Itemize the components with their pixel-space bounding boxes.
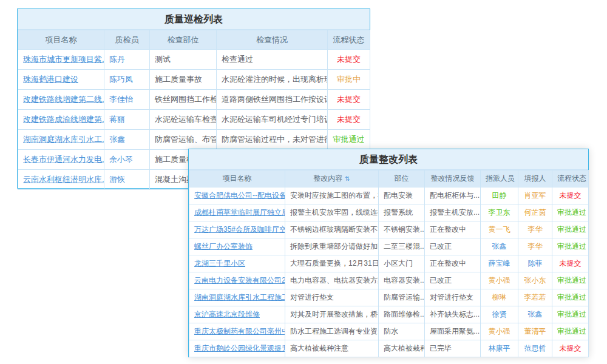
project-link[interactable]: 京沪高速北京段维修 bbox=[189, 306, 285, 323]
feedback-cell: 配电柜柜体与... bbox=[425, 187, 481, 204]
status-text: 未提交 bbox=[552, 255, 589, 272]
project-link[interactable]: 安徽合肥供电公司--配电设备... bbox=[189, 187, 285, 204]
feedback-cell: 已改正 bbox=[425, 238, 481, 255]
inspector-link[interactable]: 游恢 bbox=[104, 170, 150, 190]
rectification-col-project: 项目名称 bbox=[189, 170, 285, 187]
content-cell: 防水工程施工选调有专业资质... bbox=[285, 323, 379, 340]
content-cell: 安装时应按施工图的布置，将... bbox=[285, 187, 379, 204]
inspection-row: 改建铁路成渝线增建第...蒋丽水泥砼运输车检查水泥砼运输车司机经过专门培训...… bbox=[18, 110, 370, 130]
part-cell: 防水 bbox=[379, 323, 425, 340]
inspection-row: 珠海市城市更新项目紫...陈丹测试检查通过未提交 bbox=[18, 50, 370, 70]
project-link[interactable]: 长春市伊通河水力发电... bbox=[18, 150, 104, 170]
inspector-link[interactable]: 李佳怡 bbox=[104, 90, 150, 110]
project-link[interactable]: 改建铁路线增建第二线... bbox=[18, 90, 104, 110]
project-link[interactable]: 湖南洞庭湖水库引水工程施工1标 bbox=[189, 289, 285, 306]
project-link[interactable]: 云南水利枢纽潜明水库... bbox=[18, 170, 104, 190]
status-text: 未提交 bbox=[328, 110, 370, 130]
reporter-name: 张小东 bbox=[518, 272, 552, 289]
rectification-row: 湖南洞庭湖水库引水工程施工1标对管进行垫支防腐管运输...对管进行垫支柳琳李若若… bbox=[189, 289, 589, 306]
assignee-name: 黄一飞 bbox=[481, 221, 518, 238]
situation-cell: 防腐管运输过程中，未对管进行... bbox=[217, 130, 328, 150]
part-cell: 小区大门 bbox=[379, 255, 425, 272]
rectification-col-part: 部位 bbox=[379, 170, 425, 187]
rectification-row: 螺丝厂办公室装饰拆除到承重墙部分请做好加固...二至三楼混...已改正张鑫李华审… bbox=[189, 238, 589, 255]
content-cell: 对管进行垫支 bbox=[285, 289, 379, 306]
reporter-name: 范思哲 bbox=[518, 340, 552, 357]
reporter-name: 李华 bbox=[518, 221, 552, 238]
rectification-row: 安徽合肥供电公司--配电设备...安装时应按施工图的布置，将...配电安装配电柜… bbox=[189, 187, 589, 204]
inspection-col-situation: 检查情况 bbox=[217, 30, 328, 50]
reporter-name: 陈菲 bbox=[518, 255, 552, 272]
situation-cell: 水泥砼灌注的时候，出现离析现象 bbox=[217, 70, 328, 90]
part-cell: 配电安装 bbox=[379, 187, 425, 204]
rectification-panel: 质量整改列表 项目名称 整改内容⇅ 部位 整改情况反馈 指派人员 填报人 流程状… bbox=[188, 149, 589, 357]
rectification-row: 成都杜甫草堂临时展厅独立展...报警主机安放牢固，线缆连接...报警系统报警主机… bbox=[189, 204, 589, 221]
part-cell: 高大植被栽种 bbox=[379, 340, 425, 357]
project-link[interactable]: 成都杜甫草堂临时展厅独立展... bbox=[189, 204, 285, 221]
content-cell: 高大植被栽种注意 bbox=[285, 340, 379, 357]
assignee-name: 李卫东 bbox=[481, 204, 518, 221]
inspection-row: 改建铁路线增建第二线...李佳怡铁丝网围挡工作检查道路两侧铁丝网围挡工作按设计.… bbox=[18, 90, 370, 110]
part-cell: 二至三楼混... bbox=[379, 238, 425, 255]
rectification-col-content-label: 整改内容 bbox=[313, 174, 342, 183]
status-text: 未提交 bbox=[552, 187, 589, 204]
project-link[interactable]: 湖南洞庭湖水库引水工... bbox=[18, 130, 104, 150]
feedback-cell: 已完毕 bbox=[425, 340, 481, 357]
inspector-link[interactable]: 张鑫 bbox=[104, 130, 150, 150]
rectification-row: 京沪高速北京段维修对其及时开展整改措施，桥头...路面维修检...补齐缺失标志.… bbox=[189, 306, 589, 323]
situation-cell: 道路两侧铁丝网围挡工作按设计... bbox=[217, 90, 328, 110]
status-text: 审批通过 bbox=[328, 130, 370, 150]
inspector-link[interactable]: 余小琴 bbox=[104, 150, 150, 170]
project-link[interactable]: 螺丝厂办公室装饰 bbox=[189, 238, 285, 255]
status-text: 审批中 bbox=[328, 70, 370, 90]
assignee-name: 薛宝峰 bbox=[481, 255, 518, 272]
status-text: 审批通过 bbox=[552, 221, 589, 238]
inspection-row: 湖南洞庭湖水库引水工...张鑫防腐管运输、布管防腐管运输过程中，未对管进行...… bbox=[18, 130, 370, 150]
rectification-row: 云南电力设备安装有限公司20...电力电容器、电抗器安装方案,...电容器安装.… bbox=[189, 272, 589, 289]
part-cell: 水泥砼运输车检查 bbox=[150, 110, 217, 130]
rectification-row: 重庆太极制药有限公司亳州中...防水工程施工选调有专业资质...防水屋面采用聚氨… bbox=[189, 323, 589, 340]
feedback-cell: 已改正 bbox=[425, 272, 481, 289]
rectification-header-row: 项目名称 整改内容⇅ 部位 整改情况反馈 指派人员 填报人 流程状态 bbox=[189, 170, 589, 187]
situation-cell: 水泥砼运输车司机经过专门培训... bbox=[217, 110, 328, 130]
content-cell: 大理石质量更换，12月31日之... bbox=[285, 255, 379, 272]
assignee-name: 徐贤 bbox=[481, 306, 518, 323]
part-cell: 测试 bbox=[150, 50, 217, 70]
part-cell: 铁丝网围挡工作检查 bbox=[150, 90, 217, 110]
project-link[interactable]: 珠海鹤港口建设 bbox=[18, 70, 104, 90]
sort-icon[interactable]: ⇅ bbox=[345, 175, 350, 182]
rectification-panel-title: 质量整改列表 bbox=[189, 149, 588, 170]
project-link[interactable]: 重庆太极制药有限公司亳州中... bbox=[189, 323, 285, 340]
status-text: 未提交 bbox=[328, 90, 370, 110]
inspection-col-part: 检查部位 bbox=[150, 30, 217, 50]
rectification-col-reporter: 填报人 bbox=[518, 170, 552, 187]
part-cell: 报警系统 bbox=[379, 204, 425, 221]
reporter-name: 何芷茵 bbox=[518, 204, 552, 221]
status-text: 审批通过 bbox=[552, 306, 589, 323]
feedback-cell: 对管进行垫支 bbox=[425, 289, 481, 306]
part-cell: 施工质量事故 bbox=[150, 70, 217, 90]
rectification-col-status: 流程状态 bbox=[552, 170, 589, 187]
rectification-table: 项目名称 整改内容⇅ 部位 整改情况反馈 指派人员 填报人 流程状态 安徽合肥供… bbox=[189, 170, 589, 357]
inspector-link[interactable]: 陈巧凤 bbox=[104, 70, 150, 90]
project-link[interactable]: 珠海市城市更新项目紫... bbox=[18, 50, 104, 70]
project-link[interactable]: 改建铁路成渝线增建第... bbox=[18, 110, 104, 130]
feedback-cell: 报警主机安放... bbox=[425, 204, 481, 221]
content-cell: 不锈钢边框玻璃隔断安装不牢... bbox=[285, 221, 379, 238]
inspector-link[interactable]: 蒋丽 bbox=[104, 110, 150, 130]
feedback-cell: 正在整改中 bbox=[425, 255, 481, 272]
project-link[interactable]: 重庆市鹅岭公园绿化景观提升... bbox=[189, 340, 285, 357]
content-cell: 电力电容器、电抗器安装方案,... bbox=[285, 272, 379, 289]
project-link[interactable]: 云南电力设备安装有限公司20... bbox=[189, 272, 285, 289]
reporter-name: 李若若 bbox=[518, 289, 552, 306]
project-link[interactable]: 万达广场35#会所及咖啡厅空... bbox=[189, 221, 285, 238]
rectification-row: 重庆市鹅岭公园绿化景观提升...高大植被栽种注意高大植被栽种已完毕林康平范思哲未… bbox=[189, 340, 589, 357]
inspector-link[interactable]: 陈丹 bbox=[104, 50, 150, 70]
status-text: 未提交 bbox=[552, 340, 589, 357]
part-cell: 电容器安装... bbox=[379, 272, 425, 289]
reporter-name: 李华 bbox=[518, 238, 552, 255]
part-cell: 防腐管运输... bbox=[379, 289, 425, 306]
status-text: 审批通过 bbox=[552, 238, 589, 255]
part-cell: 防腐管运输、布管 bbox=[150, 130, 217, 150]
project-link[interactable]: 龙湖三千里小区 bbox=[189, 255, 285, 272]
